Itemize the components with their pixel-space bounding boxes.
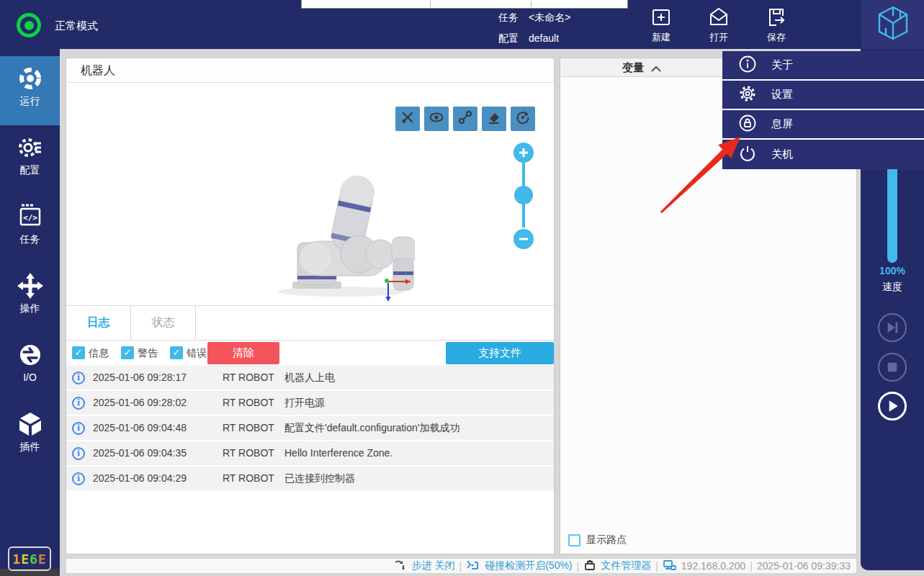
sidebar-item-operate[interactable]: 操作 — [0, 264, 60, 333]
info-log-icon — [72, 447, 85, 460]
sidebar-item-run[interactable]: 运行 — [0, 56, 60, 125]
sidebar-item-label: 插件 — [0, 441, 60, 454]
open-task-button[interactable]: 打开 — [696, 6, 742, 44]
log-source: RT ROBOT — [223, 472, 274, 484]
menu-item-shutdown[interactable]: 关机 — [722, 140, 924, 169]
robot-3d-view[interactable] — [278, 174, 415, 305]
stop-button[interactable] — [878, 353, 907, 382]
collapse-chevron-icon — [651, 62, 661, 74]
status-bar: 步进 关闭 | 碰撞检测开启(50%) | 文件管理器 | 192.168.0.… — [66, 558, 857, 574]
ip-address-text: 192.168.0.200 — [681, 560, 746, 572]
app-logo-tile[interactable] — [861, 0, 924, 49]
menu-item-settings[interactable]: 设置 — [722, 81, 924, 110]
step-forward-button[interactable] — [878, 313, 907, 342]
top-clipped-window-edge — [301, 0, 628, 9]
sidebar-item-config[interactable]: 配置 — [0, 125, 60, 194]
badge-char: 1 — [12, 552, 21, 567]
step-status-text[interactable]: 步进 关闭 — [412, 559, 455, 572]
filter-warning-checkbox[interactable] — [121, 346, 134, 359]
clear-log-button[interactable]: 清除 — [207, 342, 279, 364]
screen-lock-icon — [738, 114, 757, 135]
sidebar-item-label: 运行 — [0, 95, 60, 108]
sidebar-item-io[interactable]: I/O — [0, 333, 60, 402]
config-label: 配置 — [498, 32, 519, 45]
filter-warning-label: 警告 — [138, 347, 158, 360]
plugin-icon — [0, 410, 60, 438]
stop-icon — [879, 370, 905, 382]
menu-item-about[interactable]: 关于 — [722, 51, 924, 81]
log-time: 2025-01-06 09:04:29 — [93, 472, 187, 484]
tab-status[interactable]: 状态 — [131, 306, 196, 340]
log-source: RT ROBOT — [223, 422, 274, 433]
filter-error-label: 错误 — [187, 347, 207, 360]
run-icon — [0, 65, 60, 92]
show-waypoints-checkbox[interactable] — [568, 534, 580, 546]
save-task-button[interactable]: 保存 — [753, 6, 799, 44]
sidebar-nav: 运行 配置 </> 任务 操作 — [0, 49, 60, 569]
new-file-icon — [638, 6, 684, 29]
menu-item-label: 关机 — [771, 148, 793, 161]
log-row[interactable]: 2025-01-06 09:04:48 RT ROBOT 配置文件'defaul… — [66, 416, 554, 440]
info-log-icon — [72, 422, 85, 435]
info-log-icon — [72, 472, 85, 485]
info-log-icon — [72, 372, 85, 384]
log-list[interactable]: 2025-01-06 09:28:17 RT ROBOT 机器人上电 2025-… — [66, 366, 554, 554]
support-file-button[interactable]: 支持文件 — [446, 342, 554, 364]
new-task-button[interactable]: 新建 — [638, 6, 684, 44]
badge-char: 6 — [30, 552, 38, 567]
variables-title-group[interactable]: 变量 — [560, 58, 723, 77]
log-row[interactable]: 2025-01-06 09:28:17 RT ROBOT 机器人上电 — [66, 366, 554, 390]
log-time: 2025-01-06 09:04:48 — [93, 422, 187, 433]
eraser-icon — [487, 110, 501, 127]
log-time: 2025-01-06 09:04:35 — [93, 447, 187, 459]
config-icon — [0, 134, 60, 161]
svg-text:</>: </> — [23, 213, 37, 222]
speed-value: 100% — [861, 265, 924, 276]
path-button[interactable] — [453, 107, 477, 131]
config-name-value: default — [529, 32, 559, 44]
sidebar-item-label: 配置 — [0, 164, 60, 177]
separator: | — [750, 560, 753, 572]
log-row[interactable]: 2025-01-06 09:28:02 RT ROBOT 打开电源 — [66, 391, 554, 415]
tools-button[interactable] — [395, 107, 420, 131]
log-message: 打开电源 — [284, 397, 325, 410]
tab-log[interactable]: 日志 — [66, 306, 131, 340]
status-code-badge: 1 E 6 E — [8, 546, 51, 571]
log-source: RT ROBOT — [223, 447, 274, 459]
power-icon — [738, 144, 757, 165]
sidebar-item-plugin[interactable]: 插件 — [0, 402, 60, 471]
menu-item-label: 设置 — [771, 88, 793, 102]
menu-item-screen-off[interactable]: 息屏 — [722, 110, 924, 140]
zoom-in-button[interactable] — [513, 143, 534, 163]
sidebar-item-task[interactable]: </> 任务 — [0, 194, 60, 264]
erase-button[interactable] — [482, 107, 506, 131]
step-forward-icon — [879, 330, 905, 343]
io-icon — [0, 341, 60, 369]
filter-error-checkbox[interactable] — [170, 346, 183, 359]
log-message: Hello Interference Zone. — [284, 447, 393, 459]
path-icon — [458, 110, 472, 127]
network-icon — [663, 559, 677, 573]
separator: | — [459, 560, 462, 572]
reset-view-button[interactable] — [511, 107, 535, 131]
speed-label: 速度 — [861, 281, 924, 294]
separator: | — [655, 560, 658, 572]
sidebar-item-label: 操作 — [0, 302, 60, 315]
file-manager-link[interactable]: 文件管理器 — [601, 559, 651, 572]
zoom-slider-knob[interactable] — [514, 186, 533, 204]
operate-icon — [0, 272, 60, 300]
play-button[interactable] — [878, 392, 907, 420]
log-message: 已连接到控制器 — [284, 472, 355, 485]
view-button[interactable] — [424, 107, 449, 131]
tools-icon — [400, 110, 415, 127]
collision-status-text[interactable]: 碰撞检测开启(50%) — [485, 559, 572, 572]
open-file-icon — [696, 6, 742, 29]
log-time: 2025-01-06 09:28:02 — [93, 397, 187, 408]
system-dropdown-menu: 关于 设置 息屏 关机 — [722, 51, 924, 169]
brand-cube-icon — [876, 6, 910, 43]
zoom-out-button[interactable] — [513, 229, 534, 249]
log-row[interactable]: 2025-01-06 09:04:35 RT ROBOT Hello Inter… — [66, 441, 554, 465]
filter-info-checkbox[interactable] — [72, 346, 85, 359]
log-row[interactable]: 2025-01-06 09:04:29 RT ROBOT 已连接到控制器 — [66, 467, 554, 490]
mode-label: 正常模式 — [55, 19, 98, 33]
